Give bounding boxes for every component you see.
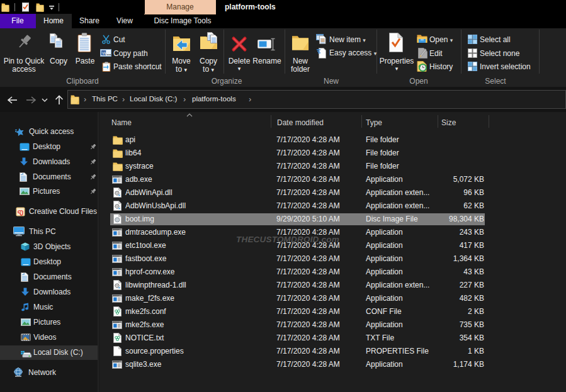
svg-text:W: W <box>102 51 106 55</box>
